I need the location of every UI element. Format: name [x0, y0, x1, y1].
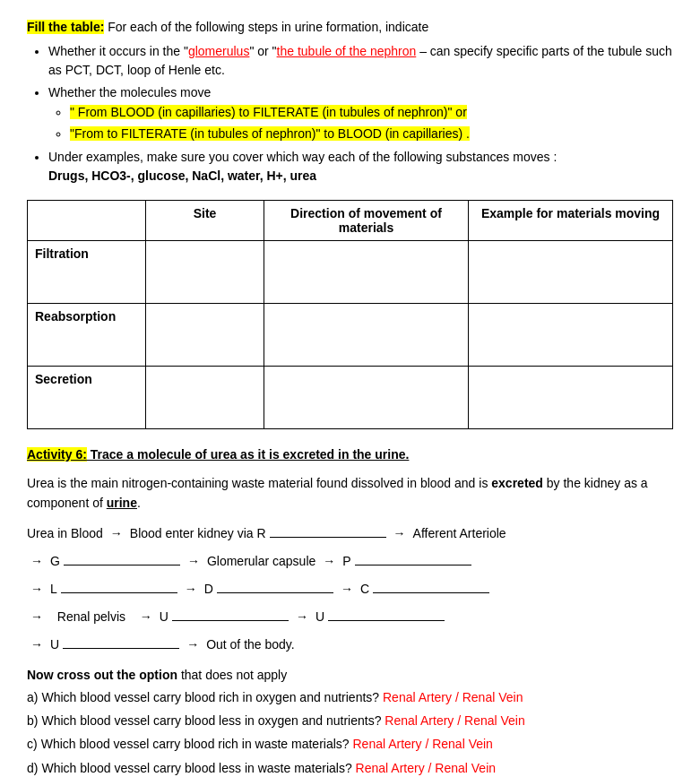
reabsorption-example[interactable]: [469, 303, 673, 366]
flow-line1: Urea in Blood → Blood enter kidney via R…: [27, 522, 673, 545]
question-b: b) Which blood vessel carry blood less i…: [27, 711, 673, 730]
reabsorption-label: Reabsorption: [28, 303, 146, 366]
flow-l3-arrow3: →: [341, 578, 353, 600]
flow-l2-blank1[interactable]: [64, 565, 180, 565]
flow-line3: → L → D → C: [27, 578, 673, 600]
fill-table-intro: Fill the table: For each of the followin…: [27, 18, 673, 37]
flow-l4-blank3[interactable]: [328, 620, 445, 621]
flow-l4-blank2[interactable]: [172, 620, 289, 621]
sub-bullet-list: " From BLOOD (in capillaries) to FILTERA…: [70, 102, 673, 144]
flow-l5-blank1[interactable]: [63, 648, 179, 649]
q-a-letter: a): [27, 687, 38, 707]
q-c-letter: c): [27, 734, 38, 754]
flow-section: Urea in Blood → Blood enter kidney via R…: [27, 522, 673, 657]
flow-l3-blank3[interactable]: [373, 592, 489, 593]
instructions-section: Fill the table: For each of the followin…: [27, 18, 673, 186]
bullet3-item: Under examples, make sure you cover whic…: [48, 148, 673, 186]
col-header-empty: [28, 200, 146, 240]
now-cross-bold: Now cross out the option: [27, 668, 177, 682]
flow-line2: → G → Glomerular capsule → P: [27, 550, 673, 573]
now-cross-rest: that does not apply: [177, 668, 287, 682]
flow-l5-label1: U: [50, 634, 59, 656]
flow-l1-arrow2: →: [393, 522, 406, 545]
question-d: d) Which blood vessel carry blood less i…: [27, 758, 673, 777]
col-header-direction: Direction of movement of materials: [264, 200, 469, 240]
fill-table: Site Direction of movement of materials …: [27, 200, 673, 429]
flow-l3-arrow1: →: [30, 578, 43, 600]
flow-l2-arrow3: →: [323, 550, 335, 573]
filtration-label: Filtration: [28, 240, 146, 303]
activity6-title: Activity 6: Trace a molecule of urea as …: [27, 445, 673, 464]
flow-l4-label2: U: [160, 606, 169, 628]
col-header-site: Site: [146, 200, 264, 240]
table-row-filtration: Filtration: [28, 240, 673, 303]
bullet3-start: Under examples, make sure you cover whic…: [48, 150, 557, 164]
flow-l3-label3: C: [360, 578, 369, 600]
tubule-term: the tubule of the nephron: [277, 44, 417, 58]
sub2-item: "From to FILTERATE (in tubules of nephro…: [70, 124, 673, 143]
flow-line5: → U → Out of the body.: [27, 634, 673, 656]
para1-bold: excreted: [491, 476, 543, 490]
flow-l1-label2: Afferent Arteriole: [413, 522, 506, 545]
flow-l1-blank1[interactable]: [270, 537, 386, 538]
activity6-title-text: Trace a molecule of urea as it is excret…: [87, 447, 409, 462]
flow-l4-arrow1: →: [30, 606, 43, 628]
filtration-direction[interactable]: [264, 240, 469, 303]
para1-urine: urine: [107, 496, 137, 510]
fill-text: For each of the following steps in urine…: [104, 20, 428, 34]
flow-l2-label3: P: [342, 550, 350, 573]
q-b-options: Renal Artery / Renal Vein: [385, 713, 524, 728]
flow-l3-blank2[interactable]: [217, 592, 333, 593]
flow-l5-label2: Out of the body.: [206, 634, 295, 656]
bullet3-bold: Drugs, HCO3-, glucose, NaCl, water, H+, …: [48, 168, 316, 183]
flow-l2-arrow2: →: [187, 550, 200, 573]
reabsorption-site[interactable]: [146, 303, 264, 366]
table-row-reabsorption: Reabsorption: [28, 303, 673, 366]
flow-l4-label3: U: [315, 606, 324, 628]
reabsorption-direction[interactable]: [264, 303, 469, 366]
bullet2-item: Whether the molecules move " From BLOOD …: [48, 83, 673, 144]
flow-l2-label2: Glomerular capsule: [207, 550, 315, 573]
activity6-label: Activity 6:: [27, 447, 87, 462]
q-a-options: Renal Artery / Renal Vein: [383, 690, 523, 704]
fill-label: Fill the table:: [27, 20, 104, 34]
glomerulus-term: glomerulus: [188, 44, 249, 58]
flow-l1-label1: Blood enter kidney via R: [130, 522, 266, 545]
flow-l2-blank3[interactable]: [355, 565, 471, 565]
filtration-example[interactable]: [469, 240, 673, 303]
flow-l4-arrow2: →: [133, 606, 152, 628]
q-a-text: Which blood vessel carry blood rich in o…: [41, 687, 523, 707]
table-row-secretion: Secretion: [28, 366, 673, 428]
secretion-example[interactable]: [469, 366, 673, 428]
sub2-text: "From to FILTERATE (in tubules of nephro…: [70, 126, 470, 141]
secretion-site[interactable]: [146, 366, 264, 428]
filtration-site[interactable]: [146, 240, 264, 303]
sub1-text: " From BLOOD (in capillaries) to FILTERA…: [70, 105, 467, 119]
flow-l3-label2: D: [204, 578, 213, 600]
q-d-text: Which blood vessel carry blood less in w…: [41, 758, 496, 777]
now-cross-section: Now cross out the option that does not a…: [27, 668, 673, 682]
secretion-label: Secretion: [28, 366, 146, 428]
table-header-row: Site Direction of movement of materials …: [28, 200, 673, 240]
q-d-options: Renal Artery / Renal Vein: [356, 761, 496, 775]
flow-l1-arrow1: →: [110, 522, 123, 545]
col-header-example: Example for materials moving: [469, 200, 673, 240]
question-c: c) Which blood vessel carry blood rich i…: [27, 734, 673, 754]
secretion-direction[interactable]: [264, 366, 469, 428]
flow-l5-arrow2: →: [186, 634, 199, 656]
q-c-options: Renal Artery / Renal Vein: [352, 737, 492, 751]
flow-l3-blank1[interactable]: [61, 592, 177, 593]
question-a: a) Which blood vessel carry blood rich i…: [27, 687, 673, 707]
questions-section: a) Which blood vessel carry blood rich i…: [27, 687, 673, 778]
q-d-letter: d): [27, 758, 38, 777]
bullet1-item: Whether it occurs in the "glomerulus" or…: [48, 42, 673, 80]
flow-l3-arrow2: →: [185, 578, 197, 600]
q-c-text: Which blood vessel carry blood rich in w…: [41, 734, 493, 754]
q-b-text: Which blood vessel carry blood less in o…: [41, 711, 524, 730]
q-b-letter: b): [27, 711, 38, 730]
activity6-para1: Urea is the main nitrogen-containing was…: [27, 473, 673, 514]
flow-l3-label1: L: [50, 578, 57, 600]
flow-l2-label1: G: [50, 550, 60, 573]
para1-start: Urea is the main nitrogen-containing was…: [27, 476, 491, 490]
flow-l2-arrow1: →: [30, 550, 43, 573]
